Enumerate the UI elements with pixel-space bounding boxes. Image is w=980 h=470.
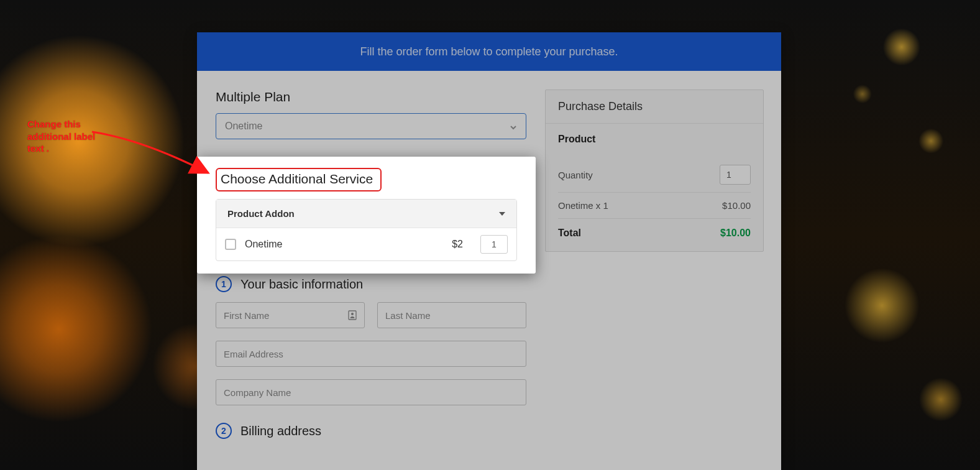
addon-panel: Product Addon Onetime $2 1: [216, 199, 517, 261]
additional-service-title: Choose Additional Service: [221, 172, 373, 186]
banner: Fill the order form below to complete yo…: [197, 32, 781, 71]
addon-panel-header-text: Product Addon: [227, 208, 295, 219]
step-2-number: 2: [216, 423, 232, 439]
quantity-input[interactable]: 1: [720, 165, 751, 185]
contact-card-icon: [348, 310, 357, 320]
svg-point-1: [351, 313, 354, 315]
caret-down-icon: [499, 212, 505, 216]
quantity-value: 1: [726, 170, 731, 180]
line-item-price: $10.00: [722, 200, 751, 211]
total-value: $10.00: [720, 228, 751, 239]
email-input[interactable]: Email Address: [216, 341, 526, 367]
purchase-header: Purchase Details: [546, 90, 763, 124]
annotation-text: Change this additional label text .: [27, 118, 114, 155]
quantity-label: Quantity: [558, 170, 593, 180]
first-name-input[interactable]: First Name: [216, 302, 365, 328]
line-item-text: Onetime x 1: [558, 200, 608, 211]
first-name-placeholder: First Name: [224, 310, 269, 321]
step-1-number: 1: [216, 276, 232, 292]
quantity-line: Quantity 1: [558, 157, 751, 193]
purchase-details-panel: Purchase Details Product Quantity 1 Onet…: [545, 90, 764, 252]
total-label: Total: [558, 228, 581, 239]
plan-select[interactable]: Onetime: [216, 113, 526, 139]
step-1-header: 1 Your basic information: [216, 276, 526, 292]
step-2-header: 2 Billing address: [216, 423, 526, 439]
addon-checkbox[interactable]: [225, 239, 236, 250]
addon-price: $2: [452, 239, 463, 250]
addon-row: Onetime $2 1: [216, 228, 516, 260]
additional-service-spotlight: Choose Additional Service Product Addon …: [197, 157, 536, 274]
addon-name: Onetime: [245, 239, 443, 250]
product-label: Product: [558, 134, 751, 145]
chevron-down-icon: [510, 122, 517, 130]
addon-qty-input[interactable]: 1: [480, 235, 508, 254]
plan-select-value: Onetime: [225, 121, 262, 132]
line-item-row: Onetime x 1 $10.00: [558, 193, 751, 219]
additional-service-title-highlight: Choose Additional Service: [216, 168, 382, 191]
last-name-placeholder: Last Name: [385, 310, 431, 321]
last-name-input[interactable]: Last Name: [377, 302, 526, 328]
step-2-title: Billing address: [240, 424, 321, 438]
banner-text: Fill the order form below to complete yo…: [360, 45, 618, 58]
addon-qty-value: 1: [492, 239, 497, 249]
addon-panel-header[interactable]: Product Addon: [216, 200, 516, 228]
plan-label: Multiple Plan: [216, 90, 526, 104]
total-row: Total $10.00: [558, 219, 751, 239]
email-placeholder: Email Address: [224, 349, 283, 359]
company-input[interactable]: Company Name: [216, 379, 526, 405]
right-column: Purchase Details Product Quantity 1 Onet…: [545, 71, 781, 449]
company-placeholder: Company Name: [224, 387, 291, 398]
step-1-title: Your basic information: [240, 277, 363, 292]
